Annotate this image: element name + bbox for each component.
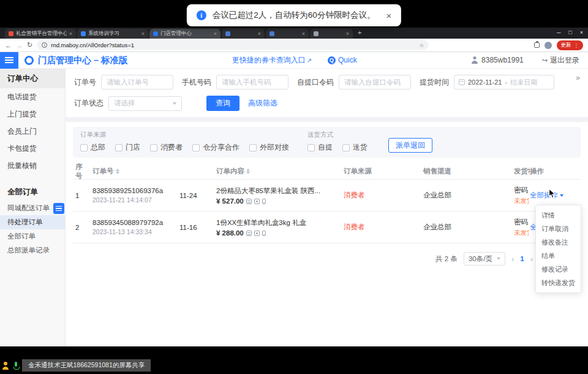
menu-item-details[interactable]: 详情	[536, 208, 581, 222]
sidebar-item-phone-pickup[interactable]: 电话提货	[0, 88, 65, 105]
presenter-avatar-icon	[1, 361, 10, 370]
order-source-group-label: 订单来源	[80, 131, 289, 139]
date-range-picker[interactable]: 2022-11-21 - 结束日期	[454, 75, 554, 90]
next-page-button[interactable]: ›	[530, 254, 533, 264]
advanced-filter-link[interactable]: 高级筛选	[248, 98, 277, 109]
checkbox-hq[interactable]: 总部	[80, 142, 105, 153]
sidebar-item-hq-dispatch-records[interactable]: 总部派单记录	[0, 243, 65, 258]
browser-tab[interactable]: ×	[222, 29, 265, 39]
date-separator: -	[505, 78, 507, 86]
browser-tab-active[interactable]: 门店管理中心 ×	[149, 29, 221, 39]
pickup-code-input[interactable]	[339, 75, 411, 90]
browser-tab[interactable]: ×	[310, 29, 353, 39]
sort-icon[interactable]	[116, 169, 119, 174]
tab-close-icon[interactable]: ×	[258, 31, 261, 37]
browser-tab[interactable]: 礼盒营销平台管理中心 ×	[5, 29, 76, 39]
dispatch-return-button[interactable]: 派单退回	[388, 138, 432, 153]
tab-close-icon[interactable]: ×	[346, 31, 349, 37]
checkbox-warehouse-share[interactable]: 仓分享合作	[192, 142, 239, 153]
window-maximize-button[interactable]: □	[568, 29, 571, 36]
browser-update-button[interactable]: 更新 ⋮	[557, 40, 584, 50]
sidebar-item-card-pickup[interactable]: 卡包提货	[0, 140, 65, 157]
tab-favicon	[81, 31, 86, 36]
url-bar[interactable]: i rnd.maboy.cn/AllOrder?status=1 ☆	[37, 40, 429, 50]
order-status-select[interactable]: 请选择	[108, 96, 182, 111]
sidebar-item-door-pickup[interactable]: 上门提货	[0, 105, 65, 123]
hamburger-menu-button[interactable]	[0, 52, 18, 69]
app-body: 订单中心 电话提货 上门提货 会员上门 卡包提货 批量核销 全部订单 同城配送订…	[0, 69, 588, 346]
pickup-date-cell: 11-24	[179, 192, 216, 199]
sidebar: 订单中心 电话提货 上门提货 会员上门 卡包提货 批量核销 全部订单 同城配送订…	[0, 69, 66, 346]
tab-close-icon[interactable]: ×	[69, 31, 72, 37]
sort-icon[interactable]	[246, 169, 250, 174]
window-minimize-button[interactable]: ─	[557, 29, 560, 36]
sidebar-section-order-center[interactable]: 订单中心	[0, 69, 65, 88]
sidebar-toggle-button[interactable]	[53, 203, 64, 214]
menu-item-close-order[interactable]: 结单	[536, 249, 581, 262]
browser-tab[interactable]: 系统培训学习 ×	[77, 29, 148, 39]
bookmark-star-icon[interactable]: ☆	[419, 42, 424, 48]
extensions-icon[interactable]	[534, 42, 540, 48]
prev-page-button[interactable]: ‹	[511, 254, 514, 264]
sidebar-item-batch-verify[interactable]: 批量核销	[0, 157, 65, 174]
forward-icon[interactable]: →	[16, 42, 23, 49]
profile-avatar[interactable]	[545, 42, 552, 49]
menu-item-transfer-express[interactable]: 转快递发货	[536, 276, 581, 289]
phone-input[interactable]	[216, 75, 288, 90]
tab-close-icon[interactable]: ×	[141, 31, 145, 37]
collapse-panel-icon[interactable]: »	[576, 74, 579, 82]
browser-window: 礼盒营销平台管理中心 × 系统培训学习 × 门店管理中心 × × × ×	[0, 28, 588, 346]
sales-channel-cell: 企业总部	[423, 191, 514, 200]
browser-tab[interactable]: ×	[266, 29, 309, 39]
col-header-order-content[interactable]: 订单内容	[216, 167, 344, 176]
phone-icon	[262, 231, 266, 236]
username: 8385wb1991	[481, 56, 524, 64]
toast-close-icon[interactable]: ×	[386, 10, 391, 21]
col-header-order-no[interactable]: 订单号	[92, 167, 179, 176]
search-button[interactable]: 查询	[206, 96, 239, 111]
signal-icon	[254, 199, 260, 204]
checkbox-external[interactable]: 外部对接	[249, 142, 289, 153]
sales-channel-cell: 企业总部	[423, 223, 514, 232]
tab-favicon	[225, 31, 230, 36]
menu-item-edit-records[interactable]: 修改记录	[536, 262, 581, 276]
order-content-cell: 2份精品大枣85苹果礼盒装 陕西... ¥ 527.00	[216, 186, 344, 205]
page-number[interactable]: 1	[520, 255, 524, 262]
checkbox-box	[342, 144, 350, 151]
checkbox-box	[307, 144, 315, 151]
order-no-input[interactable]	[101, 75, 173, 90]
coupon-query-link[interactable]: 更快捷的券卡查询入口↗	[232, 55, 312, 66]
tab-favicon	[270, 31, 274, 36]
order-no-cell: 83859345088979792a 2023-11-13 14:33:34	[92, 219, 179, 235]
checkbox-store[interactable]: 门店	[115, 142, 140, 153]
tab-favicon	[9, 31, 13, 36]
menu-item-cancel-order[interactable]: 订单取消	[536, 222, 581, 235]
menu-item-edit-remark[interactable]: 修改备注	[536, 235, 581, 249]
url-text: rnd.maboy.cn/AllOrder?status=1	[51, 42, 134, 48]
checkbox-label: 外部对接	[260, 142, 289, 153]
logout-button[interactable]: ↪ 退出登录	[542, 55, 579, 66]
reload-icon[interactable]: ↻	[27, 41, 32, 49]
window-close-button[interactable]: ×	[580, 29, 583, 36]
product-name: 1份XX生鲜羊肉礼盒3kg 礼盒	[216, 218, 340, 227]
back-icon[interactable]: ←	[5, 42, 12, 49]
site-info-icon[interactable]: i	[42, 42, 47, 48]
orders-panel: 订单来源 总部 门店 消费者 仓分享合作 外部对接 送货方式	[66, 122, 588, 346]
sidebar-section-all-orders[interactable]: 全部订单	[0, 183, 65, 201]
user-account[interactable]: 8385wb1991	[471, 56, 524, 64]
checkbox-self-pickup[interactable]: 自提	[307, 142, 333, 153]
checkbox-delivery[interactable]: 送货	[342, 142, 368, 153]
sidebar-item-pending-orders[interactable]: 待处理订单	[0, 215, 65, 229]
sidebar-item-member-visit[interactable]: 会员上门	[0, 123, 65, 140]
quick-search[interactable]: Q Quick	[328, 56, 357, 64]
sidebar-item-all-orders[interactable]: 全部订单	[0, 229, 65, 243]
all-actions-dropdown[interactable]: 全部操作	[530, 191, 564, 200]
tab-close-icon[interactable]: ×	[214, 31, 217, 37]
page-size-select[interactable]: 30条/页	[464, 252, 505, 265]
signal-icon	[254, 231, 260, 236]
window-controls: ─ □ ×	[557, 29, 583, 36]
new-tab-button[interactable]: +	[358, 29, 361, 36]
tab-close-icon[interactable]: ×	[302, 31, 305, 37]
screen: { "colors": { "accent": "#2878ff", "dang…	[0, 0, 588, 374]
checkbox-consumer[interactable]: 消费者	[150, 142, 183, 153]
